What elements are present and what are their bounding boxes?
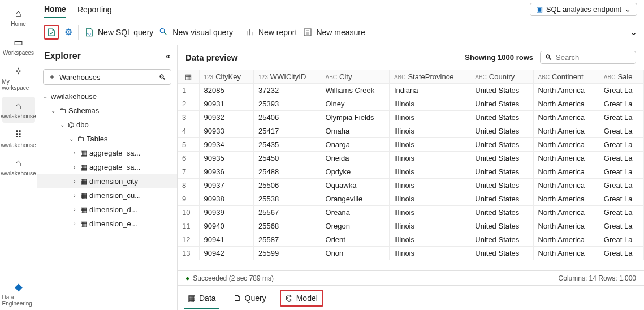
col-header-CityKey[interactable]: 123CityKey	[199, 70, 254, 84]
tree-table-1[interactable]: ›▦aggregate_sa...	[37, 160, 177, 174]
tree-table-2[interactable]: ›▦dimension_city	[37, 174, 177, 188]
col-header-City[interactable]: ABCCity	[321, 70, 389, 84]
tree-schemas[interactable]: ⌄🗀Schemas	[37, 104, 177, 118]
cell[interactable]: 90931	[199, 97, 254, 111]
data-grid[interactable]: ▦123CityKey123WWICityIDABCCityABCStatePr…	[178, 70, 644, 270]
rail-wwilakehouse-2[interactable]: ⠿wwilakehouse	[2, 125, 35, 152]
cell[interactable]: 90941	[199, 233, 254, 247]
table-row[interactable]: 109093925567OreanaIllinoisUnited StatesN…	[178, 206, 644, 219]
cell[interactable]: 25406	[254, 111, 321, 124]
cell[interactable]: United States	[470, 138, 533, 152]
cell[interactable]: Great La	[599, 111, 643, 124]
cell[interactable]: Illinois	[389, 152, 470, 165]
cell[interactable]: Illinois	[389, 233, 470, 247]
cell[interactable]: United States	[470, 152, 533, 165]
table-row[interactable]: 69093525450OneidaIllinoisUnited StatesNo…	[178, 152, 644, 165]
cell[interactable]: 90935	[199, 152, 254, 165]
tree-table-4[interactable]: ›▦dimension_d...	[37, 203, 177, 217]
cell[interactable]: Illinois	[389, 97, 470, 111]
cell[interactable]: Illinois	[389, 192, 470, 206]
cell[interactable]: North America	[533, 219, 599, 233]
new-measure-button[interactable]: New measure	[302, 27, 365, 37]
cell[interactable]: 37232	[254, 84, 321, 97]
cell[interactable]: Olney	[321, 97, 389, 111]
cell[interactable]: Great La	[599, 138, 643, 152]
cell[interactable]: North America	[533, 124, 599, 138]
cell[interactable]: United States	[470, 233, 533, 247]
cell[interactable]: Great La	[599, 84, 643, 97]
cell[interactable]: Great La	[599, 247, 643, 260]
chevron-icon[interactable]: ›	[71, 192, 78, 199]
cell[interactable]: Illinois	[389, 247, 470, 260]
cell[interactable]: 25587	[254, 233, 321, 247]
cell[interactable]: 90936	[199, 165, 254, 179]
cell[interactable]: Illinois	[389, 165, 470, 179]
tab-model[interactable]: ⌬ Model	[280, 290, 323, 307]
cell[interactable]: Oneida	[321, 152, 389, 165]
table-row[interactable]: 39093225406Olympia FieldsIllinoisUnited …	[178, 111, 644, 124]
chevron-icon[interactable]: ›	[71, 178, 78, 184]
cell[interactable]: 25568	[254, 219, 321, 233]
cell[interactable]: Great La	[599, 124, 643, 138]
ribbon-tab-reporting[interactable]: Reporting	[77, 2, 112, 18]
table-row[interactable]: 79093625488OpdykeIllinoisUnited StatesNo…	[178, 165, 644, 179]
cell[interactable]: 90942	[199, 247, 254, 260]
cell[interactable]: North America	[533, 206, 599, 219]
new-sql-query-button[interactable]: SQL New SQL query	[84, 27, 153, 37]
cell[interactable]: Oquawka	[321, 179, 389, 192]
cell[interactable]: 25435	[254, 138, 321, 152]
search-icon[interactable]: 🔍︎	[159, 73, 166, 81]
cell[interactable]: 90940	[199, 219, 254, 233]
cell[interactable]: Great La	[599, 152, 643, 165]
rail-my-workspace[interactable]: ✧My workspace	[2, 62, 35, 94]
cell[interactable]: 90938	[199, 192, 254, 206]
cell[interactable]: United States	[470, 84, 533, 97]
cell[interactable]: 25393	[254, 97, 321, 111]
cell[interactable]: Great La	[599, 233, 643, 247]
col-header-StateProvince[interactable]: ABCStateProvince	[389, 70, 470, 84]
cell[interactable]: North America	[533, 233, 599, 247]
cell[interactable]: United States	[470, 111, 533, 124]
cell[interactable]: 25538	[254, 192, 321, 206]
cell[interactable]: 25488	[254, 165, 321, 179]
cell[interactable]: Illinois	[389, 124, 470, 138]
search-box[interactable]: 🔍︎	[540, 51, 636, 64]
tree-schema-dbo[interactable]: ⌄⌬dbo	[37, 118, 177, 132]
tree-tables[interactable]: ⌄🗀Tables	[37, 132, 177, 146]
chevron-icon[interactable]: ›	[71, 150, 78, 156]
cell[interactable]: Great La	[599, 206, 643, 219]
chevron-icon[interactable]: ⌄	[59, 122, 66, 128]
rail-wwilakehouse-1[interactable]: ⌂wwilakehouse	[2, 97, 35, 123]
cell[interactable]: Williams Creek	[321, 84, 389, 97]
rail-wwilakehouse-3[interactable]: ⌂wwilakehouse	[2, 154, 35, 180]
cell[interactable]: 90934	[199, 138, 254, 152]
col-header-Sale[interactable]: ABCSale	[599, 70, 643, 84]
refresh-button[interactable]	[46, 27, 57, 37]
cell[interactable]: Great La	[599, 165, 643, 179]
cell[interactable]: 25567	[254, 206, 321, 219]
cell[interactable]: 90932	[199, 111, 254, 124]
rail-workspaces[interactable]: ▭Workspaces	[2, 33, 35, 59]
table-row[interactable]: 99093825538OrangevilleIllinoisUnited Sta…	[178, 192, 644, 206]
cell[interactable]: Omaha	[321, 124, 389, 138]
table-row[interactable]: 119094025568OregonIllinoisUnited StatesN…	[178, 219, 644, 233]
collapse-explorer-icon[interactable]: «	[166, 51, 170, 61]
table-row[interactable]: 49093325417OmahaIllinoisUnited StatesNor…	[178, 124, 644, 138]
cell[interactable]: Orion	[321, 247, 389, 260]
cell[interactable]: Opdyke	[321, 165, 389, 179]
cell[interactable]: United States	[470, 219, 533, 233]
rail-home[interactable]: ⌂Home	[2, 5, 35, 31]
chevron-icon[interactable]: ⌄	[68, 136, 75, 142]
rail-data-engineering[interactable]: ◆Data Engineering	[2, 277, 35, 310]
cell[interactable]: North America	[533, 165, 599, 179]
cell[interactable]: North America	[533, 111, 599, 124]
chevron-icon[interactable]: ⌄	[42, 93, 49, 100]
cell[interactable]: Onarga	[321, 138, 389, 152]
cell[interactable]: 25506	[254, 179, 321, 192]
cell[interactable]: North America	[533, 152, 599, 165]
row-selector-header[interactable]: ▦	[178, 70, 199, 84]
tab-query[interactable]: 🗋 Query	[230, 291, 270, 305]
cell[interactable]: Illinois	[389, 111, 470, 124]
cell[interactable]: North America	[533, 247, 599, 260]
cell[interactable]: Illinois	[389, 138, 470, 152]
